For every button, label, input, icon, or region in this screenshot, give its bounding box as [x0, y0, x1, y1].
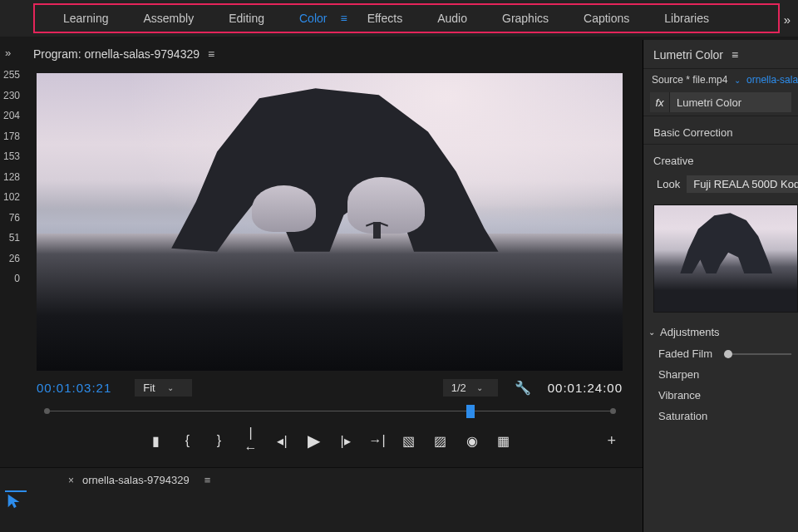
ruler-tick: 153: [0, 151, 22, 172]
chevron-down-icon: ⌄: [476, 383, 483, 392]
section-creative[interactable]: Creative: [643, 144, 798, 172]
ruler-tick: 102: [0, 192, 22, 213]
workspace-menu-icon[interactable]: ≡: [340, 12, 347, 25]
workspace-tab-assembly[interactable]: Assembly: [129, 5, 209, 32]
section-basic-correction[interactable]: Basic Correction: [643, 116, 798, 144]
workspace-tab-effects[interactable]: Effects: [352, 5, 418, 32]
button-editor-plus-icon[interactable]: +: [607, 432, 616, 450]
timecode-current[interactable]: 00:01:03:21: [37, 381, 111, 395]
program-panel-menu-icon[interactable]: ≡: [208, 47, 214, 61]
workspace-tab-captions[interactable]: Captions: [569, 5, 644, 32]
mark-in-button[interactable]: {: [180, 433, 196, 448]
lumetri-title: Lumetri Color: [653, 48, 723, 62]
step-forward-button[interactable]: |▸: [337, 433, 354, 449]
zoom-select[interactable]: Fit ⌄: [135, 379, 191, 397]
ruler-tick: 0: [0, 273, 22, 294]
ruler-tick: 230: [0, 91, 22, 111]
transport-controls: ▮ { } |← ◂| ▶ |▸ →| ▧ ▨ ◉ ▦ +: [37, 424, 623, 457]
sequence-tab-label: ornella-salas-9794329: [82, 474, 190, 486]
panel-expand-button[interactable]: »: [5, 47, 11, 59]
program-clip-name: ornella-salas-9794329: [84, 47, 200, 61]
playhead-icon[interactable]: [466, 405, 475, 418]
lumetri-sequence-link[interactable]: ornella-salas: [746, 74, 798, 86]
slider-vibrance[interactable]: Vibrance: [643, 385, 798, 406]
track-endpoint-right: [610, 408, 616, 414]
preview-rock-reflection: [154, 246, 505, 365]
comparison-view-button[interactable]: ▦: [495, 433, 512, 449]
extract-button[interactable]: ▨: [432, 433, 449, 449]
go-to-in-button[interactable]: |←: [243, 426, 259, 456]
ruler-tick: 128: [0, 172, 22, 193]
workspace-highlight-box: Learning Assembly Editing Color ≡ Effect…: [33, 3, 780, 33]
resolution-value: 1/2: [451, 382, 466, 394]
fx-badge-icon[interactable]: fx: [650, 92, 670, 112]
program-info-row: 00:01:03:21 Fit ⌄ 1/2 ⌄ 🔧 00:01:24:00: [37, 377, 623, 397]
adjustments-label: Adjustments: [660, 326, 720, 338]
adjustments-header[interactable]: ⌄ Adjustments: [643, 319, 798, 343]
preview-rock-formation: [154, 85, 505, 251]
go-to-out-button[interactable]: →|: [369, 433, 386, 448]
slider-knob-icon[interactable]: [724, 350, 732, 358]
settings-wrench-icon[interactable]: 🔧: [515, 380, 531, 396]
slider-label: Vibrance: [658, 389, 701, 401]
lumetri-source-row[interactable]: Source * file.mp4 ⌄ ornella-salas: [643, 69, 798, 89]
preview-person: [373, 222, 381, 239]
add-marker-button[interactable]: ▮: [148, 433, 165, 449]
workspace-tab-libraries[interactable]: Libraries: [649, 5, 724, 32]
lift-button[interactable]: ▧: [401, 433, 417, 449]
workspace-tab-graphics[interactable]: Graphics: [487, 5, 564, 32]
workspace-tab-editing[interactable]: Editing: [214, 5, 279, 32]
ruler-tick: 51: [0, 233, 22, 254]
workspace-tab-audio[interactable]: Audio: [422, 5, 482, 32]
slider-label: Saturation: [658, 410, 707, 422]
timecode-duration: 00:01:24:00: [548, 381, 623, 395]
scope-ruler: 255 230 204 178 153 128 102 76 51 26 0: [0, 70, 22, 294]
slider-sharpen[interactable]: Sharpen: [643, 364, 798, 385]
program-label: Program:: [33, 47, 81, 61]
selection-tool[interactable]: [5, 490, 27, 512]
ruler-tick: 76: [0, 213, 22, 234]
mark-out-button[interactable]: }: [211, 433, 228, 448]
lumetri-effect-row[interactable]: fx Lumetri Color: [650, 92, 791, 112]
look-preview-thumbnail: [653, 204, 798, 313]
slider-label: Sharpen: [658, 368, 699, 381]
zoom-value: Fit: [143, 382, 155, 394]
look-row: Look Fuji REALA 500D Kodak: [643, 172, 798, 198]
lumetri-source-text: Source * file.mp4: [652, 74, 727, 86]
program-scrub-track[interactable]: [47, 404, 613, 419]
panel-menu-icon[interactable]: ≡: [204, 474, 211, 486]
ruler-tick: 255: [0, 70, 22, 91]
workspace-tab-learning[interactable]: Learning: [48, 5, 124, 32]
workspace-bar: Learning Assembly Editing Color ≡ Effect…: [0, 0, 798, 37]
export-frame-button[interactable]: ◉: [464, 433, 480, 449]
slider-track[interactable]: [724, 353, 791, 355]
sequence-tab[interactable]: × ornella-salas-9794329 ≡: [68, 474, 210, 486]
chevron-down-icon: ⌄: [167, 383, 174, 392]
ruler-tick: 178: [0, 131, 22, 152]
close-icon[interactable]: ×: [68, 475, 74, 486]
program-monitor-header: Program: ornella-salas-9794329 ≡: [33, 43, 214, 65]
lumetri-effect-name: Lumetri Color: [670, 96, 741, 109]
look-label: Look: [657, 178, 680, 190]
chevron-down-icon: ⌄: [648, 328, 655, 337]
program-monitor-viewport[interactable]: [37, 73, 623, 371]
ruler-tick: 26: [0, 254, 22, 274]
look-select[interactable]: Fuji REALA 500D Kodak: [687, 175, 798, 193]
step-back-button[interactable]: ◂|: [274, 433, 291, 449]
lumetri-panel-header[interactable]: Lumetri Color ≡: [643, 40, 798, 69]
track-endpoint-left: [44, 408, 50, 414]
chevron-down-icon: ⌄: [734, 76, 741, 85]
track-line: [47, 411, 613, 411]
workspace-tab-color[interactable]: Color: [284, 5, 342, 32]
lumetri-color-panel: Lumetri Color ≡ Source * file.mp4 ⌄ orne…: [643, 40, 798, 532]
panel-menu-icon[interactable]: ≡: [732, 48, 738, 62]
workspace-overflow-button[interactable]: »: [775, 7, 798, 32]
slider-saturation[interactable]: Saturation: [643, 406, 798, 426]
slider-faded-film[interactable]: Faded Film: [643, 343, 798, 364]
ruler-tick: 204: [0, 111, 22, 131]
playback-resolution-select[interactable]: 1/2 ⌄: [443, 379, 498, 397]
slider-label: Faded Film: [658, 347, 712, 360]
play-button[interactable]: ▶: [306, 431, 323, 451]
